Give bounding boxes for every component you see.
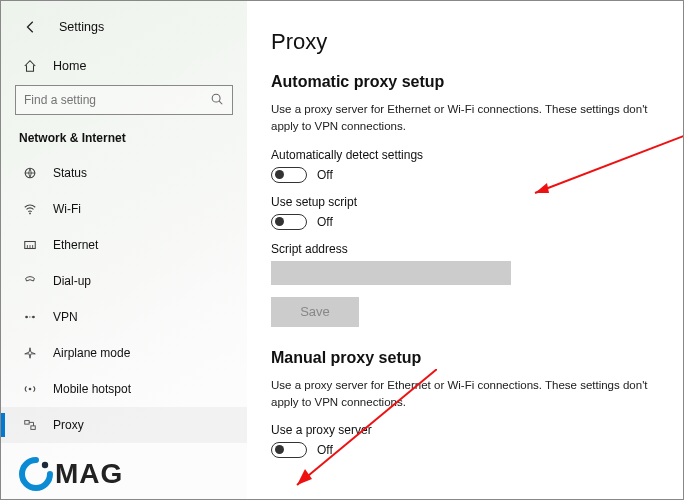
sidebar-item-label: Status [53,166,87,180]
sidebar-item-label: VPN [53,310,78,324]
sidebar-item-label: Proxy [53,418,84,432]
svg-line-1 [219,101,222,104]
vpn-icon [21,310,39,324]
use-proxy-toggle[interactable] [271,442,307,458]
home-nav[interactable]: Home [1,53,247,85]
logo-icon [19,457,53,491]
status-icon [21,166,39,180]
use-proxy-label: Use a proxy server [271,423,667,437]
search-box[interactable] [15,85,233,115]
sidebar: Settings Home Network & Internet Status … [1,1,247,499]
svg-marker-16 [535,183,549,193]
svg-point-11 [29,388,32,391]
sidebar-item-ethernet[interactable]: Ethernet [1,227,247,263]
sidebar-item-label: Ethernet [53,238,98,252]
svg-point-0 [212,94,220,102]
airplane-icon [21,346,39,360]
sidebar-item-airplane[interactable]: Airplane mode [1,335,247,371]
sidebar-item-label: Wi-Fi [53,202,81,216]
detect-label: Automatically detect settings [271,148,667,162]
script-address-label: Script address [271,242,667,256]
sidebar-item-label: Mobile hotspot [53,382,131,396]
page-title: Proxy [271,29,667,55]
search-icon [210,92,224,109]
script-toggle-state: Off [317,215,333,229]
detect-toggle-state: Off [317,168,333,182]
script-label: Use setup script [271,195,667,209]
search-input[interactable] [24,93,210,107]
svg-rect-12 [25,421,29,425]
wifi-icon [21,202,39,216]
window-title: Settings [59,20,104,34]
svg-point-3 [29,213,31,215]
sidebar-item-wifi[interactable]: Wi-Fi [1,191,247,227]
sidebar-item-status[interactable]: Status [1,155,247,191]
auto-desc: Use a proxy server for Ethernet or Wi-Fi… [271,101,667,136]
script-toggle[interactable] [271,214,307,230]
hotspot-icon [21,382,39,396]
save-button[interactable]: Save [271,297,359,327]
section-title: Network & Internet [1,131,247,155]
home-label: Home [53,59,86,73]
sidebar-menu: Status Wi-Fi Ethernet Dial-up VPN Airpla… [1,155,247,443]
svg-point-14 [42,462,48,468]
logo-text: MAG [55,458,123,490]
main-content: Proxy Automatic proxy setup Use a proxy … [247,1,683,499]
back-button[interactable] [19,15,43,39]
sidebar-item-dialup[interactable]: Dial-up [1,263,247,299]
sidebar-item-hotspot[interactable]: Mobile hotspot [1,371,247,407]
sidebar-item-label: Airplane mode [53,346,130,360]
use-proxy-toggle-state: Off [317,443,333,457]
manual-desc: Use a proxy server for Ethernet or Wi-Fi… [271,377,667,412]
auto-heading: Automatic proxy setup [271,73,667,91]
svg-rect-13 [31,426,35,430]
sidebar-item-label: Dial-up [53,274,91,288]
manual-heading: Manual proxy setup [271,349,667,367]
logo: MAG [19,457,123,491]
dialup-icon [21,274,39,288]
detect-toggle[interactable] [271,167,307,183]
script-address-input[interactable] [271,261,511,285]
sidebar-item-proxy[interactable]: Proxy [1,407,247,443]
home-icon [21,59,39,73]
sidebar-item-vpn[interactable]: VPN [1,299,247,335]
proxy-icon [21,418,39,432]
svg-marker-18 [297,469,312,485]
ethernet-icon [21,238,39,252]
arrow-left-icon [24,20,38,34]
